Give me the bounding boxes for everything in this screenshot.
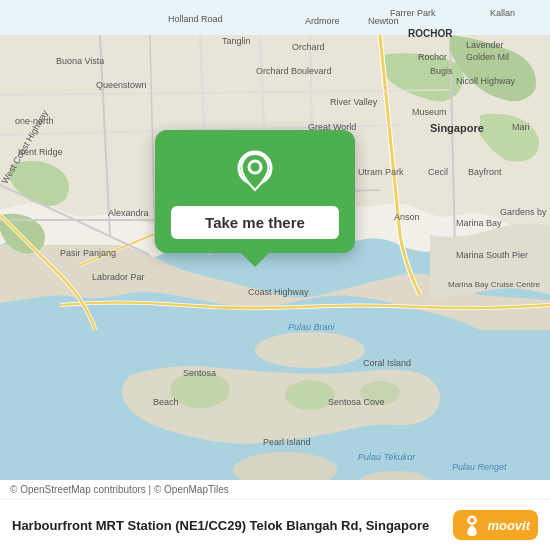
bottom-bar: © OpenStreetMap contributors | © OpenMap…	[0, 480, 550, 550]
moovit-logo[interactable]: moovit	[453, 510, 538, 540]
station-info: Harbourfront MRT Station (NE1/CC29) Telo…	[0, 500, 550, 550]
svg-point-20	[360, 381, 400, 405]
popup-card: Take me there	[155, 130, 355, 253]
svg-point-28	[470, 518, 475, 523]
moovit-label: moovit	[487, 518, 530, 533]
attribution-text: © OpenStreetMap contributors | © OpenMap…	[0, 480, 550, 500]
take-me-there-button[interactable]: Take me there	[171, 206, 339, 239]
station-name: Harbourfront MRT Station (NE1/CC29) Telo…	[12, 518, 443, 533]
location-pin-icon	[231, 148, 279, 196]
svg-point-19	[285, 380, 335, 410]
svg-point-18	[170, 372, 230, 408]
map-container: Farrer Park Kallan Holland Road Ardmore …	[0, 0, 550, 550]
map-svg	[0, 0, 550, 550]
svg-point-21	[255, 332, 365, 368]
moovit-icon	[461, 514, 483, 536]
